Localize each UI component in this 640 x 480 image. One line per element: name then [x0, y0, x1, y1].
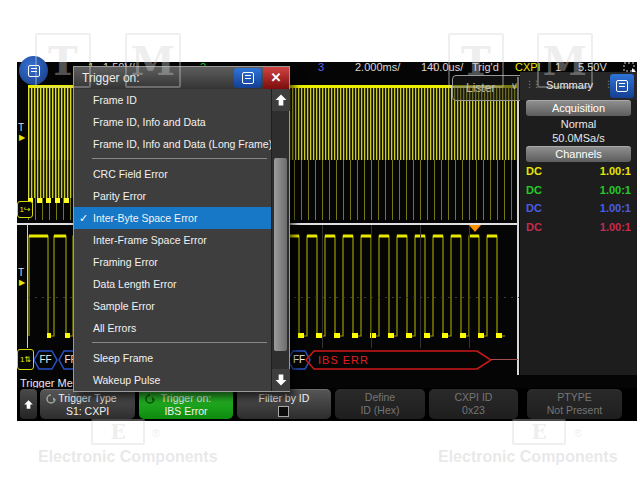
trigger-level-marker-lower[interactable]: T [18, 267, 24, 278]
softkey-label: Define [335, 391, 425, 403]
scrollbar[interactable] [271, 89, 289, 391]
dialog-item[interactable]: Frame ID, Info and Data [74, 111, 271, 133]
knob-icon [145, 394, 155, 404]
softkey-cxpi-id[interactable]: CXPI ID0x23 [429, 389, 518, 419]
softkey-label: PTYPE [527, 391, 622, 403]
trigger-status: Trig'd [472, 61, 499, 73]
channel-probe-ratio: 1.00:1 [600, 202, 631, 214]
summary-menu-button[interactable] [610, 74, 634, 98]
dialog-item[interactable]: Frame ID, Info and Data (Long Frame) [74, 133, 271, 155]
channel-coupling: DC [526, 202, 542, 214]
dialog-item[interactable]: Frame ID [74, 89, 271, 111]
trigger-on-dialog: Trigger on: ✕ Frame IDFrame ID, Info and… [73, 66, 290, 392]
dialog-item[interactable]: Data Length Error [74, 273, 271, 295]
softkey-filter-by-id[interactable]: Filter by ID [237, 389, 331, 419]
ch1-burst-left [28, 88, 73, 198]
timebase-value[interactable]: 2.000ms/ [355, 61, 400, 73]
softkey-value: 0x23 [429, 404, 518, 416]
channel-summary-row: DC1.00:1 [526, 165, 631, 177]
dialog-item[interactable]: Sample Error [74, 295, 271, 317]
serial-bus-icon-lower[interactable]: 1⇅ [17, 349, 34, 370]
dialog-item[interactable]: CRC Field Error [74, 163, 271, 185]
dialog-item[interactable]: Parity Error [74, 185, 271, 207]
watermark-reg-symbol: ® [574, 427, 582, 439]
softkey-value: IBS Error [139, 405, 233, 417]
watermark-text: Electronic Components [438, 448, 618, 466]
softkey-define[interactable]: DefineID (Hex) [335, 389, 425, 419]
trigger-arrow-lower: ▶ [19, 278, 25, 287]
dialog-menu-button[interactable] [234, 68, 261, 88]
trigger-arrow-upper: ▶ [19, 133, 25, 142]
decode-error-tail [491, 359, 518, 360]
ch3-number[interactable]: 3 [318, 61, 324, 73]
dialog-item-list: Frame IDFrame ID, Info and DataFrame ID,… [74, 89, 271, 391]
channel-probe-ratio: 1.00:1 [600, 165, 631, 177]
gridline [469, 225, 470, 348]
channel-summary-row: DC1.00:1 [526, 184, 631, 196]
delay-value[interactable]: 140.0us/ [421, 61, 463, 73]
dialog-item[interactable]: Wakeup Pulse [74, 369, 271, 391]
dialog-separator [92, 342, 267, 343]
summary-panel-header[interactable]: ⋮⋮ Summary ⋮⋮ [520, 72, 637, 100]
watermark-letter-box: E [512, 419, 566, 445]
chevron-down-icon: ∨ [511, 80, 518, 91]
dialog-item[interactable]: Inter-Byte Space Error✓ [74, 207, 271, 229]
watermark-letter-box: E [91, 419, 145, 445]
serial-bus-icon-upper[interactable]: 1↪ [17, 201, 33, 218]
trigger-position-marker[interactable] [469, 225, 481, 232]
acquisition-mode: Normal [520, 118, 637, 130]
menu-icon [616, 80, 628, 92]
scrollbar-thumb[interactable] [274, 158, 287, 351]
channel-summary-row: DC1.00:1 [526, 202, 631, 214]
gridline [371, 225, 372, 348]
watermark-reg-symbol: ® [152, 427, 160, 439]
channel-coupling: DC [526, 165, 542, 177]
lister-tab[interactable]: Lister ∨ [452, 75, 529, 101]
softkey-value: ID (Hex) [335, 404, 425, 416]
scroll-down-button[interactable] [272, 369, 290, 391]
decode-byte: FF [33, 350, 58, 370]
oscilloscope-screen: 1 1.50V/ 2 3 4 2.000ms/ 140.0us/ Trig'd … [17, 62, 637, 421]
ch1-burst-bottom-edge [28, 198, 73, 203]
summary-tab-label[interactable]: Summary [546, 79, 593, 91]
dialog-item[interactable]: Sleep Frame [74, 347, 271, 369]
summary-panel: ⋮⋮ Summary ⋮⋮ Acquisition Normal 50.0MSa… [520, 72, 637, 375]
softkey-trigger-type[interactable]: Trigger TypeS1: CXPI [40, 389, 135, 419]
menu-up-button[interactable] [20, 389, 37, 419]
lister-label: Lister [466, 81, 495, 95]
channel-probe-ratio: 1.00:1 [600, 184, 631, 196]
menu-icon [242, 72, 254, 84]
dialog-title: Trigger on: [82, 71, 140, 85]
softkey-label: Filter by ID [237, 392, 331, 404]
checkmark-icon: ✓ [79, 207, 88, 229]
dialog-item[interactable]: Inter-Frame Space Error [74, 229, 271, 251]
svg-text:IBS ERR: IBS ERR [318, 354, 369, 366]
main-menu-button[interactable] [19, 56, 48, 85]
gridline [420, 225, 421, 348]
sample-rate: 50.0MSa/s [520, 132, 637, 144]
scroll-up-button[interactable] [272, 89, 290, 111]
channels-button[interactable]: Channels [526, 146, 631, 162]
dialog-item[interactable]: All Errors [74, 317, 271, 339]
channel-coupling: DC [526, 184, 542, 196]
dialog-separator [92, 158, 267, 159]
trigger-level-marker-upper[interactable]: T [18, 122, 24, 133]
channel-probe-ratio: 1.00:1 [600, 221, 631, 233]
gridline [322, 225, 323, 348]
softkey-label: CXPI ID [429, 391, 518, 403]
dialog-header: Trigger on: ✕ [74, 67, 289, 89]
softkey-trigger-on[interactable]: Trigger on:IBS Error [139, 389, 233, 419]
acquisition-button[interactable]: Acquisition [526, 100, 631, 116]
menu-icon [28, 65, 40, 77]
watermark-text: Electronic Components [38, 448, 218, 466]
close-button[interactable]: ✕ [263, 67, 289, 89]
channel-coupling: DC [526, 221, 542, 233]
filter-checkbox[interactable] [278, 406, 289, 417]
softkey-value: S1: CXPI [40, 405, 135, 417]
softkey-ptype[interactable]: PTYPENot Present [527, 389, 622, 419]
softkey-value: Not Present [527, 404, 622, 416]
channel-summary-row: DC1.00:1 [526, 221, 631, 233]
dialog-item[interactable]: Framing Error [74, 251, 271, 273]
decode-error-bracket: IBS ERR [305, 349, 493, 371]
drag-handle-icon[interactable]: ⋮⋮ [525, 79, 539, 89]
